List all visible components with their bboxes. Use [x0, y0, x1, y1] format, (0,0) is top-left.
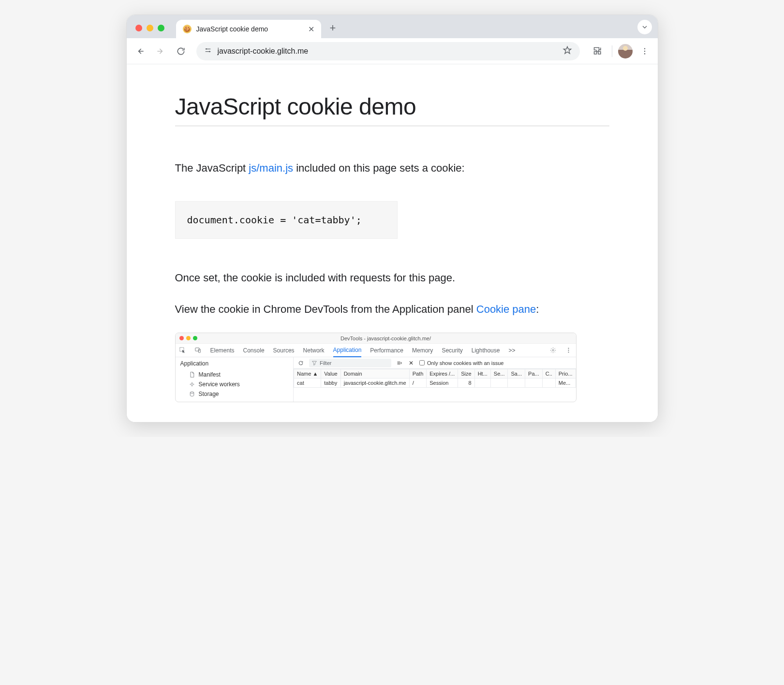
svg-point-11 — [568, 352, 569, 353]
toolbar: javascript-cookie.glitch.me — [127, 38, 658, 64]
col-httponly[interactable]: Ht... — [474, 369, 490, 379]
address-bar[interactable]: javascript-cookie.glitch.me — [196, 42, 580, 60]
cookie-pane-link[interactable]: Cookie pane — [476, 303, 536, 315]
intro-text-before: The JavaScript — [175, 162, 249, 174]
tab-console[interactable]: Console — [243, 347, 265, 354]
tab-elements[interactable]: Elements — [210, 347, 235, 354]
table-row[interactable]: cat tabby javascript-cookie.glitch.me / … — [294, 379, 576, 388]
col-size[interactable]: Size — [458, 369, 474, 379]
cell-cross — [542, 379, 555, 388]
intro-paragraph: The JavaScript js/main.js included on th… — [175, 160, 609, 176]
profile-avatar[interactable] — [618, 44, 633, 58]
tab-security[interactable]: Security — [442, 347, 462, 354]
tab-title: JavaScript cookie demo — [196, 25, 303, 33]
puzzle-icon — [593, 46, 603, 56]
dt-minimize-button[interactable] — [186, 336, 191, 340]
col-value[interactable]: Value — [321, 369, 340, 379]
dt-maximize-button[interactable] — [193, 336, 197, 340]
only-issues-checkbox[interactable]: Only show cookies with an issue — [419, 360, 503, 366]
url-text: javascript-cookie.glitch.me — [218, 47, 557, 56]
clear-filter-icon[interactable]: ≡x — [396, 360, 403, 366]
only-issues-label: Only show cookies with an issue — [427, 360, 503, 366]
only-issues-input[interactable] — [419, 360, 425, 365]
new-tab-button[interactable]: + — [330, 23, 336, 33]
clear-all-icon[interactable]: ✕ — [408, 360, 414, 366]
filter-input[interactable]: Filter — [309, 359, 391, 367]
cell-priority: Me... — [555, 379, 576, 388]
col-path[interactable]: Path — [409, 369, 427, 379]
sidebar-label-manifest: Manifest — [199, 371, 221, 378]
star-icon — [562, 45, 572, 55]
col-partition[interactable]: Pa... — [525, 369, 543, 379]
sidebar-item-service-workers[interactable]: Service workers — [180, 379, 289, 389]
main-js-link[interactable]: js/main.js — [249, 162, 293, 174]
col-samesite[interactable]: Sa... — [508, 369, 525, 379]
para3-before: View the cookie in Chrome DevTools from … — [175, 303, 476, 315]
cell-expires: Session — [427, 379, 458, 388]
svg-point-12 — [191, 383, 193, 386]
code-block: document.cookie = 'cat=tabby'; — [175, 201, 398, 239]
tab-lighthouse[interactable]: Lighthouse — [472, 347, 500, 354]
cookies-table: Name ▲ Value Domain Path Expires /... Si… — [294, 369, 576, 388]
col-secure[interactable]: Se... — [490, 369, 508, 379]
tab-sources[interactable]: Sources — [273, 347, 295, 354]
tab-overflow[interactable]: >> — [508, 347, 515, 354]
cell-httponly — [474, 379, 490, 388]
maximize-window-button[interactable] — [158, 25, 164, 31]
minimize-window-button[interactable] — [147, 25, 153, 31]
extensions-button[interactable] — [590, 43, 606, 59]
paragraph-2: Once set, the cookie is included with re… — [175, 270, 609, 286]
devtools-settings-icon[interactable] — [550, 347, 557, 354]
col-domain[interactable]: Domain — [340, 369, 409, 379]
tab-network[interactable]: Network — [303, 347, 325, 354]
reload-button[interactable] — [172, 43, 190, 60]
database-icon — [189, 391, 195, 397]
page-title: JavaScript cookie demo — [175, 93, 609, 120]
cell-secure — [490, 379, 508, 388]
browser-window: 🍪 JavaScript cookie demo ✕ + javascript-… — [126, 15, 658, 423]
bookmark-button[interactable] — [562, 45, 572, 57]
inspect-icon[interactable] — [179, 347, 186, 354]
refresh-cookies-button[interactable] — [297, 360, 304, 366]
devtools-main: Filter ≡x ✕ Only show cookies with an is… — [294, 357, 576, 402]
svg-point-9 — [568, 348, 569, 349]
tab-performance[interactable]: Performance — [370, 347, 403, 354]
reload-icon — [176, 46, 186, 56]
svg-point-10 — [568, 350, 569, 351]
svg-point-4 — [644, 53, 645, 54]
cell-size: 8 — [458, 379, 474, 388]
tabs-dropdown-button[interactable] — [637, 20, 652, 34]
devtools-tab-strip: Elements Console Sources Network Applica… — [176, 344, 576, 357]
para3-after: : — [536, 303, 539, 315]
site-settings-icon[interactable] — [204, 46, 212, 56]
chrome-menu-button[interactable] — [636, 43, 653, 59]
sidebar-item-manifest[interactable]: Manifest — [180, 370, 289, 379]
col-name[interactable]: Name ▲ — [294, 369, 321, 379]
devtools-menu-icon[interactable] — [565, 347, 572, 354]
col-priority[interactable]: Prio... — [555, 369, 576, 379]
gear-icon — [189, 381, 195, 387]
page-content: JavaScript cookie demo The JavaScript js… — [127, 64, 658, 422]
dt-close-button[interactable] — [179, 336, 184, 340]
devtools-titlebar: DevTools - javascript-cookie.glitch.me/ — [176, 333, 576, 344]
tab-overflow — [637, 20, 652, 34]
cell-partition — [525, 379, 543, 388]
tab-application[interactable]: Application — [333, 344, 362, 357]
kebab-icon — [640, 47, 649, 56]
browser-tab[interactable]: 🍪 JavaScript cookie demo ✕ — [176, 20, 321, 38]
forward-button[interactable] — [152, 43, 169, 60]
close-tab-icon[interactable]: ✕ — [308, 25, 314, 34]
sidebar-label-storage: Storage — [199, 391, 219, 397]
cell-value: tabby — [321, 379, 340, 388]
sidebar-item-storage[interactable]: Storage — [180, 389, 289, 399]
device-icon[interactable] — [195, 347, 202, 354]
tab-memory[interactable]: Memory — [412, 347, 433, 354]
col-cross[interactable]: C.. — [542, 369, 555, 379]
tab-bar: 🍪 JavaScript cookie demo ✕ + — [127, 15, 658, 38]
close-window-button[interactable] — [135, 25, 142, 31]
svg-point-3 — [644, 50, 645, 51]
sidebar-label-sw: Service workers — [199, 381, 240, 388]
col-expires[interactable]: Expires /... — [427, 369, 458, 379]
back-button[interactable] — [132, 43, 149, 60]
arrow-left-icon — [135, 46, 145, 56]
